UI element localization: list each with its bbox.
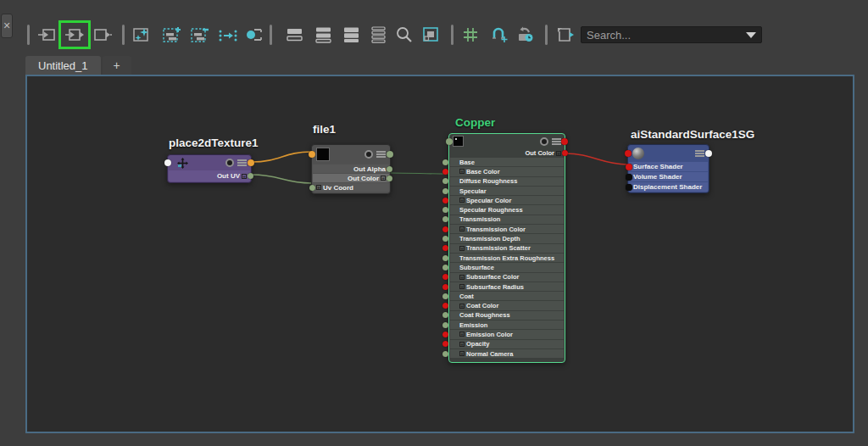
attr-row-transmission-extra-roughness[interactable]: Transmission Extra Roughness (450, 254, 564, 262)
port[interactable] (442, 351, 448, 357)
port[interactable] (442, 159, 448, 165)
attr-row-subsurface[interactable]: Subsurface (450, 263, 564, 271)
attr-row-uv-coord[interactable]: Uv Coord (313, 183, 389, 192)
port[interactable] (442, 188, 448, 194)
node-menu-icon[interactable] (237, 159, 247, 166)
port[interactable] (442, 265, 448, 270)
port-out-alpha[interactable] (387, 166, 392, 172)
input-output-connections-button[interactable] (65, 25, 86, 45)
pin-selection-button[interactable] (243, 25, 264, 45)
attr-row-diffuse-roughness[interactable]: Diffuse Roughness (450, 177, 564, 186)
wire-outcolor-to-basecolor[interactable] (391, 173, 449, 174)
port-input[interactable] (446, 138, 453, 145)
clear-graph-button[interactable] (131, 25, 152, 45)
attr-row-emission-color[interactable]: Emission Color (450, 330, 564, 338)
port[interactable] (442, 236, 448, 242)
port-surface-shader[interactable] (626, 164, 632, 170)
port-uv-coord[interactable] (309, 185, 315, 191)
port-output[interactable] (387, 151, 393, 158)
expand-port-icon[interactable] (242, 174, 247, 179)
node-place2dtexture1[interactable]: Out UV (167, 154, 252, 183)
expand-port-icon[interactable] (459, 342, 465, 347)
node-header[interactable] (449, 134, 565, 148)
toggle-grid-button[interactable] (460, 25, 481, 45)
wire-outcolor-to-surfaceshader[interactable] (565, 153, 627, 164)
attr-row-transmission-color[interactable]: Transmission Color (450, 225, 564, 233)
port[interactable] (442, 255, 448, 261)
port[interactable] (442, 284, 448, 290)
attr-row-emission[interactable]: Emission (450, 321, 564, 329)
search-dropdown-arrow-icon[interactable] (746, 32, 756, 38)
remove-selected-from-graph-button[interactable] (190, 25, 210, 45)
port[interactable] (442, 198, 448, 203)
attr-row-base[interactable]: Base (450, 158, 564, 166)
attr-row-out-alpha[interactable]: Out Alpha (313, 164, 389, 173)
node-menu-icon[interactable] (376, 151, 386, 158)
port-volume-shader[interactable] (626, 174, 632, 181)
search-input[interactable] (587, 29, 741, 42)
node-menu-icon[interactable] (695, 150, 704, 157)
open-in-window-button[interactable] (420, 25, 441, 45)
attr-row-out-color[interactable]: Out Color (449, 148, 565, 158)
frame-graph-button[interactable] (554, 25, 575, 45)
node-header[interactable] (168, 155, 251, 170)
expand-port-icon[interactable] (459, 351, 465, 356)
expand-port-icon[interactable] (459, 284, 465, 289)
input-connections-button[interactable] (37, 25, 58, 45)
restore-last-graph-button[interactable] (515, 25, 535, 45)
add-selected-to-graph-button[interactable] (162, 25, 182, 45)
expand-port-icon[interactable] (556, 151, 561, 156)
port[interactable] (442, 293, 448, 299)
expand-port-icon[interactable] (459, 226, 465, 231)
attr-row-displacement-shader[interactable]: Displacement Shader (629, 182, 708, 192)
port-input[interactable] (309, 151, 315, 158)
port-white[interactable] (164, 159, 171, 166)
attr-row-specular-color[interactable]: Specular Color (450, 196, 564, 204)
attr-row-transmission[interactable]: Transmission (450, 215, 564, 224)
display-connected-mode-button[interactable] (314, 25, 334, 45)
attr-row-base-color[interactable]: Base Color (450, 167, 564, 176)
swatch-toggle-icon[interactable] (540, 137, 548, 146)
expand-port-icon[interactable] (459, 169, 465, 174)
wire-place2d-to-file1[interactable] (252, 152, 311, 162)
output-connections-button[interactable] (92, 25, 113, 45)
port[interactable] (442, 226, 448, 232)
swatch-toggle-icon[interactable] (225, 159, 234, 167)
attr-row-subsurface-color[interactable]: Subsurface Color (450, 273, 564, 282)
attr-row-surface-shader[interactable]: Surface Shader (629, 162, 708, 171)
texture-swatch[interactable] (316, 148, 330, 161)
material-swatch[interactable] (453, 136, 464, 147)
tab-untitled-1[interactable]: Untitled_1 (25, 56, 101, 75)
search-field[interactable] (581, 26, 762, 43)
attr-row-out-color[interactable]: Out Color (313, 174, 389, 182)
port[interactable] (442, 332, 448, 337)
attr-row-coat-roughness[interactable]: Coat Roughness (450, 311, 564, 320)
toolbar-grip[interactable]: ✕ (1, 14, 13, 38)
node-copper[interactable]: Out Color Base Base Color Diffuse Roughn… (448, 133, 565, 363)
expand-port-icon[interactable] (316, 185, 321, 190)
expand-port-icon[interactable] (459, 275, 465, 280)
port-input[interactable] (625, 150, 632, 157)
attr-row-transmission-scatter[interactable]: Transmission Scatter (450, 244, 564, 253)
swatch-toggle-icon[interactable] (364, 150, 373, 159)
expand-port-icon[interactable] (459, 198, 465, 203)
node-file1[interactable]: Out Alpha Out Color Uv Coord (311, 144, 391, 194)
port[interactable] (442, 169, 448, 175)
zoom-search-button[interactable] (394, 25, 415, 45)
node-editor-canvas[interactable]: place2dTexture1 Out UV file1 (25, 75, 854, 433)
expand-port-icon[interactable] (459, 332, 465, 337)
expand-port-icon[interactable] (381, 176, 386, 181)
graph-selection-button[interactable] (218, 25, 238, 45)
port-output[interactable] (705, 150, 712, 157)
attr-row-coat-color[interactable]: Coat Color (450, 301, 564, 309)
node-aistandardsurface1sg[interactable]: Surface Shader Volume Shader Displacemen… (627, 144, 709, 193)
attr-row-specular-roughness[interactable]: Specular Roughness (450, 205, 564, 214)
display-custom-mode-button[interactable] (369, 25, 389, 45)
node-header[interactable] (312, 145, 390, 164)
attr-row-opacity[interactable]: Opacity (450, 340, 564, 348)
port-out-color[interactable] (562, 150, 568, 156)
port-output[interactable] (248, 159, 254, 166)
port[interactable] (442, 322, 448, 328)
node-menu-icon[interactable] (552, 138, 561, 145)
wire-outuv-to-uvcoord[interactable] (252, 175, 311, 183)
